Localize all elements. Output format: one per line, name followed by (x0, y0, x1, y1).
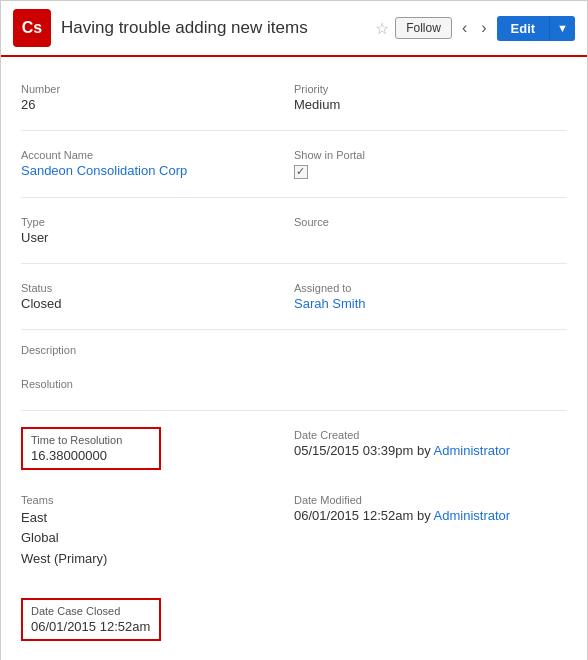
field-teams: Teams East Global West (Primary) (21, 488, 294, 580)
assigned-to-value[interactable]: Sarah Smith (294, 296, 366, 311)
avatar: Cs (13, 9, 51, 47)
divider-2 (21, 197, 567, 198)
team-west: West (Primary) (21, 549, 294, 570)
priority-value: Medium (294, 97, 567, 112)
date-modified-user[interactable]: Administrator (434, 508, 511, 523)
date-case-closed-value: 06/01/2015 12:52am (31, 619, 151, 634)
date-modified-text: 06/01/2015 12:52am (294, 508, 413, 523)
page-header: Cs Having trouble adding new items ☆ Fol… (1, 1, 587, 57)
row-number-priority: Number 26 Priority Medium (21, 73, 567, 126)
field-date-created: Date Created 05/15/2015 03:39pm by Admin… (294, 423, 567, 474)
date-created-label: Date Created (294, 429, 567, 441)
edit-dropdown-button[interactable]: ▼ (549, 16, 575, 41)
priority-label: Priority (294, 83, 567, 95)
status-value: Closed (21, 296, 294, 311)
row-type-source: Type User Source (21, 206, 567, 259)
description-label: Description (21, 344, 567, 356)
source-label: Source (294, 216, 567, 228)
field-source: Source (294, 210, 567, 255)
row-time-datecreated: Time to Resolution 16.38000000 Date Crea… (21, 419, 567, 478)
resolution-label: Resolution (21, 378, 567, 390)
show-in-portal-value (294, 163, 567, 179)
row-account-portal: Account Name Sandeon Consolidation Corp … (21, 139, 567, 193)
field-date-modified: Date Modified 06/01/2015 12:52am by Admi… (294, 488, 567, 580)
date-created-text: 05/15/2015 03:39pm (294, 443, 413, 458)
team-global: Global (21, 528, 294, 549)
field-number: Number 26 (21, 77, 294, 122)
type-label: Type (21, 216, 294, 228)
date-case-closed-label: Date Case Closed (31, 605, 151, 617)
field-description: Description (21, 338, 567, 372)
field-assigned-to: Assigned to Sarah Smith (294, 276, 567, 321)
account-name-label: Account Name (21, 149, 294, 161)
field-show-in-portal: Show in Portal (294, 143, 567, 189)
show-in-portal-label: Show in Portal (294, 149, 567, 161)
status-label: Status (21, 282, 294, 294)
field-date-case-closed-wrapper: Date Case Closed 06/01/2015 12:52am (21, 594, 567, 645)
next-arrow-button[interactable]: › (477, 17, 490, 39)
number-value: 26 (21, 97, 294, 112)
time-to-resolution-label: Time to Resolution (31, 434, 151, 446)
checkbox-icon[interactable] (294, 165, 308, 179)
field-resolution: Resolution (21, 372, 567, 406)
follow-button[interactable]: Follow (395, 17, 452, 39)
field-time-to-resolution: Time to Resolution 16.38000000 (21, 423, 294, 474)
field-account-name: Account Name Sandeon Consolidation Corp (21, 143, 294, 189)
page-title: Having trouble adding new items (61, 18, 365, 38)
date-created-by-label: by (417, 443, 431, 458)
date-modified-value: 06/01/2015 12:52am by Administrator (294, 508, 567, 523)
date-created-user[interactable]: Administrator (434, 443, 511, 458)
time-to-resolution-value: 16.38000000 (31, 448, 151, 463)
type-value: User (21, 230, 294, 245)
number-label: Number (21, 83, 294, 95)
divider-4 (21, 329, 567, 330)
time-to-resolution-highlighted: Time to Resolution 16.38000000 (21, 427, 161, 470)
date-created-value: 05/15/2015 03:39pm by Administrator (294, 443, 567, 458)
divider-3 (21, 263, 567, 264)
header-actions: ☆ Follow ‹ › Edit ▼ (375, 16, 575, 41)
content-area: Number 26 Priority Medium Account Name S… (1, 57, 587, 660)
row-teams-datemodified: Teams East Global West (Primary) Date Mo… (21, 484, 567, 584)
field-priority: Priority Medium (294, 77, 567, 122)
prev-arrow-button[interactable]: ‹ (458, 17, 471, 39)
date-modified-by-label: by (417, 508, 431, 523)
edit-button[interactable]: Edit (497, 16, 550, 41)
teams-label: Teams (21, 494, 294, 506)
team-east: East (21, 508, 294, 529)
date-case-closed-highlighted: Date Case Closed 06/01/2015 12:52am (21, 598, 161, 641)
divider-5 (21, 410, 567, 411)
edit-btn-group: Edit ▼ (497, 16, 575, 41)
field-type: Type User (21, 210, 294, 255)
date-modified-label: Date Modified (294, 494, 567, 506)
divider-1 (21, 130, 567, 131)
account-name-value[interactable]: Sandeon Consolidation Corp (21, 163, 187, 178)
teams-value: East Global West (Primary) (21, 508, 294, 570)
field-status: Status Closed (21, 276, 294, 321)
row-status-assigned: Status Closed Assigned to Sarah Smith (21, 272, 567, 325)
assigned-to-label: Assigned to (294, 282, 567, 294)
star-icon[interactable]: ☆ (375, 19, 389, 38)
